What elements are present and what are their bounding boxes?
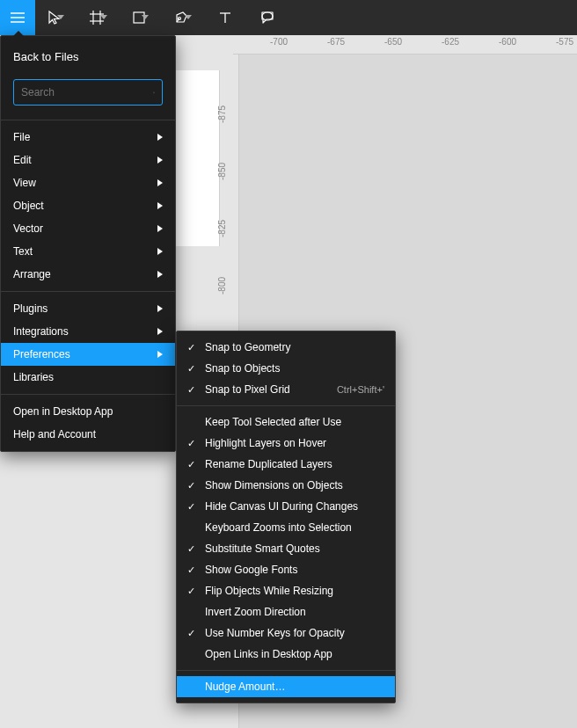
svg-point-13 (153, 91, 154, 92)
pref-item-hide-canvas-ui-during-changes[interactable]: ✓Hide Canvas UI During Changes (177, 496, 395, 517)
menu-item-label: File (13, 131, 30, 143)
pref-item-show-google-fonts[interactable]: ✓Show Google Fonts (177, 559, 395, 580)
menu-item-text[interactable]: Text (1, 240, 175, 263)
check-icon: ✓ (184, 501, 198, 513)
pref-item-label: Hide Canvas UI During Changes (205, 500, 384, 513)
pref-item-show-dimensions-on-objects[interactable]: ✓Show Dimensions on Objects (177, 475, 395, 496)
pref-item-label: Use Number Keys for Opacity (205, 627, 384, 639)
check-icon: ✓ (184, 384, 198, 396)
menu-item-label: Plugins (13, 302, 47, 315)
check-icon: ✓ (184, 586, 198, 597)
svg-line-14 (154, 92, 155, 93)
pref-item-keyboard-zooms-into-selection[interactable]: Keyboard Zooms into Selection (177, 517, 395, 538)
menu-item-view[interactable]: View (1, 171, 175, 194)
pref-item-open-links-in-desktop-app[interactable]: Open Links in Desktop App (177, 644, 395, 665)
pref-item-label: Open Links in Desktop App (205, 648, 384, 660)
pref-item-label: Substitute Smart Quotes (205, 542, 384, 555)
ruler-tick: -825 (217, 220, 227, 237)
pref-item-highlight-layers-on-hover[interactable]: ✓Highlight Layers on Hover (177, 433, 395, 454)
menu-item-integrations[interactable]: Integrations (1, 320, 175, 343)
pref-item-label: Show Google Fonts (205, 564, 384, 576)
check-icon: ✓ (184, 459, 198, 470)
menu-item-preferences[interactable]: Preferences (1, 343, 175, 366)
pref-item-label: Snap to Objects (205, 362, 384, 375)
pref-item-label: Highlight Layers on Hover (205, 437, 384, 449)
shape-tool[interactable] (120, 0, 162, 35)
menu-item-help and account[interactable]: Help and Account (1, 423, 175, 446)
menu-item-object[interactable]: Object (1, 194, 175, 217)
menu-search-wrap (1, 76, 175, 114)
frame-tool[interactable] (77, 0, 120, 35)
search-icon (153, 87, 155, 98)
shortcut-label: Ctrl+Shift+' (337, 384, 384, 395)
submenu-separator (177, 405, 395, 406)
submenu-separator (177, 670, 395, 671)
menu-item-label: Arrange (13, 268, 51, 280)
pref-item-use-number-keys-for-opacity[interactable]: ✓Use Number Keys for Opacity (177, 622, 395, 644)
move-tool[interactable] (35, 0, 77, 35)
check-icon: ✓ (184, 628, 198, 639)
back-to-files[interactable]: Back to Files (1, 41, 175, 76)
menu-item-arrange[interactable]: Arrange (1, 263, 175, 286)
menu-separator (1, 291, 175, 292)
main-menu-panel: Back to FilesFileEditViewObjectVectorTex… (0, 35, 176, 452)
ruler-tick: -625 (442, 37, 459, 47)
pref-item-label: Keyboard Zooms into Selection (205, 521, 384, 534)
pref-item-label: Keep Tool Selected after Use (205, 416, 384, 428)
pref-item-label: Flip Objects While Resizing (205, 585, 384, 597)
ruler-tick: -850 (217, 163, 227, 180)
menu-item-label: Text (13, 245, 33, 258)
pref-item-snap-to-pixel-grid[interactable]: ✓Snap to Pixel GridCtrl+Shift+' (177, 379, 395, 400)
pref-item-label: Show Dimensions on Objects (205, 479, 384, 491)
menu-separator (1, 120, 175, 120)
pref-item-label: Nudge Amount… (205, 681, 384, 693)
pref-item-label: Snap to Geometry (205, 341, 384, 353)
check-icon: ✓ (184, 543, 198, 555)
pref-item-label: Invert Zoom Direction (205, 606, 384, 618)
menu-item-label: View (13, 177, 36, 189)
ruler-tick: -875 (217, 106, 227, 123)
pref-item-substitute-smart-quotes[interactable]: ✓Substitute Smart Quotes (177, 538, 395, 559)
pref-item-flip-objects-while-resizing[interactable]: ✓Flip Objects While Resizing (177, 580, 395, 601)
menu-item-open in desktop app[interactable]: Open in Desktop App (1, 400, 175, 423)
ruler-tick: -600 (499, 37, 516, 47)
menu-item-label: Vector (13, 222, 43, 235)
menu-item-label: Open in Desktop App (13, 405, 113, 418)
menu-item-label: Libraries (13, 371, 54, 383)
menu-search[interactable] (13, 79, 163, 106)
menu-item-vector[interactable]: Vector (1, 217, 175, 240)
pen-tool[interactable] (162, 0, 204, 35)
menu-item-label: Edit (13, 154, 32, 166)
main-menu-button[interactable] (0, 0, 35, 35)
menu-item-plugins[interactable]: Plugins (1, 297, 175, 320)
comment-tool[interactable] (246, 0, 288, 35)
back-to-files-label: Back to Files (13, 50, 78, 63)
pref-item-invert-zoom-direction[interactable]: Invert Zoom Direction (177, 601, 395, 622)
pref-item-label: Snap to Pixel Grid (205, 383, 330, 396)
menu-item-edit[interactable]: Edit (1, 149, 175, 171)
check-icon: ✓ (184, 438, 198, 449)
top-toolbar (0, 0, 577, 35)
ruler-tick: -650 (384, 37, 402, 47)
text-tool[interactable] (204, 0, 246, 35)
ruler-tick: -575 (556, 37, 573, 47)
menu-item-label: Integrations (13, 325, 69, 338)
menu-item-file[interactable]: File (1, 126, 175, 149)
ruler-tick: -675 (327, 37, 345, 47)
menu-item-label: Object (13, 200, 44, 212)
pref-item-nudge-amount-[interactable]: Nudge Amount… (177, 676, 395, 697)
pref-item-label: Rename Duplicated Layers (205, 458, 384, 470)
ruler-tick: -700 (270, 37, 288, 47)
check-icon: ✓ (184, 342, 198, 353)
menu-separator (1, 394, 175, 395)
pref-item-snap-to-geometry[interactable]: ✓Snap to Geometry (177, 337, 395, 358)
ruler-tick: -800 (217, 277, 227, 295)
menu-search-input[interactable] (21, 86, 153, 98)
pref-item-snap-to-objects[interactable]: ✓Snap to Objects (177, 358, 395, 379)
ruler-horizontal: -700 -675 -650 -625 -600 -575 (233, 35, 577, 55)
menu-item-label: Help and Account (13, 428, 96, 440)
menu-item-label: Preferences (13, 348, 70, 360)
pref-item-rename-duplicated-layers[interactable]: ✓Rename Duplicated Layers (177, 454, 395, 475)
pref-item-keep-tool-selected-after-use[interactable]: Keep Tool Selected after Use (177, 411, 395, 433)
menu-item-libraries[interactable]: Libraries (1, 366, 175, 389)
